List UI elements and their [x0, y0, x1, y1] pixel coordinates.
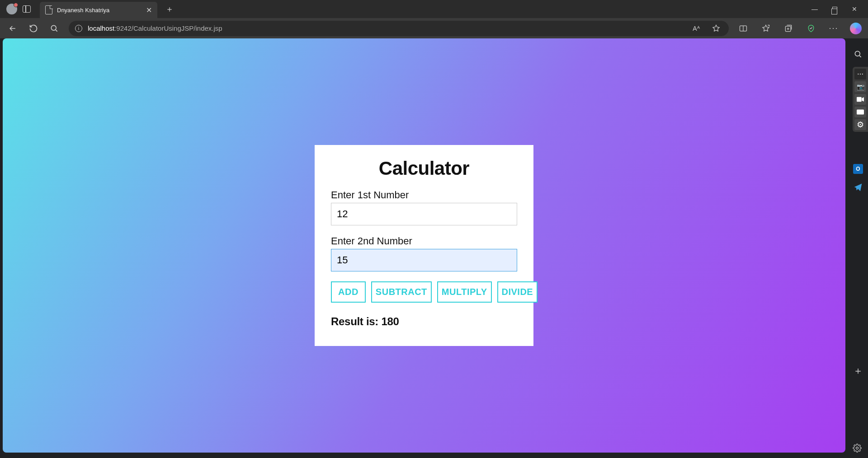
first-number-label: Enter 1st Number [331, 189, 517, 201]
toolbar-right-icons: ··· [737, 22, 862, 35]
divide-button[interactable]: DIVIDE [497, 281, 538, 303]
close-tab-icon[interactable]: ✕ [146, 6, 152, 14]
collections-icon[interactable] [782, 22, 795, 35]
url-host: localhost [88, 24, 114, 32]
url-path: :9242/CalculatorUsingJSP/index.jsp [114, 24, 222, 32]
calculator-card: Calculator Enter 1st Number Enter 2nd Nu… [315, 145, 533, 346]
multiply-button[interactable]: MULTIPLY [437, 281, 492, 303]
window-titlebar: Dnyanesh Kshatriya ✕ ＋ — ✕ [0, 0, 868, 18]
tab-actions-icon[interactable] [23, 5, 31, 13]
favorites-icon[interactable] [760, 22, 772, 35]
page-viewport: Calculator Enter 1st Number Enter 2nd Nu… [3, 38, 845, 453]
add-button[interactable]: ADD [331, 281, 366, 303]
tab-title: Dnyanesh Kshatriya [57, 7, 141, 14]
refresh-button[interactable] [27, 22, 40, 35]
capture-screen-icon[interactable] [854, 107, 866, 117]
search-button[interactable] [48, 22, 61, 35]
address-bar[interactable]: i localhost:9242/CalculatorUsingJSP/inde… [69, 21, 729, 36]
read-aloud-icon[interactable]: Aᴬ [690, 22, 703, 35]
back-button[interactable] [6, 22, 19, 35]
svg-rect-4 [857, 97, 862, 102]
window-minimize-button[interactable]: — [805, 0, 825, 18]
window-close-button[interactable]: ✕ [844, 0, 864, 18]
capture-camera-icon[interactable]: 📷 [854, 81, 866, 92]
result-value: 180 [381, 315, 399, 327]
sidebar-settings-icon[interactable] [853, 444, 862, 453]
capture-more-icon[interactable]: ⋯ [854, 69, 866, 79]
favorite-star-icon[interactable] [710, 22, 722, 35]
site-info-icon[interactable]: i [75, 25, 82, 32]
browser-essentials-icon[interactable] [805, 22, 817, 35]
sidebar-outlook-icon[interactable]: O [852, 163, 864, 175]
second-number-label: Enter 2nd Number [331, 235, 517, 247]
browser-toolbar: i localhost:9242/CalculatorUsingJSP/inde… [0, 18, 868, 38]
page-file-icon [45, 5, 52, 14]
svg-point-3 [855, 51, 860, 56]
first-number-input[interactable] [331, 203, 517, 225]
sidebar-add-icon[interactable]: ＋ [852, 365, 864, 377]
split-screen-icon[interactable] [737, 22, 750, 35]
calculator-title: Calculator [331, 158, 517, 179]
result-text: Result is: 180 [331, 315, 517, 328]
subtract-button[interactable]: SUBTRACT [371, 281, 432, 303]
svg-point-6 [856, 447, 859, 449]
sidebar-send-icon[interactable] [852, 181, 864, 193]
capture-video-icon[interactable] [854, 94, 866, 105]
profile-avatar-icon[interactable] [6, 4, 17, 14]
capture-tool-panel: ⋯ 📷 ⚙ [853, 67, 868, 132]
second-number-input[interactable] [331, 249, 517, 271]
copilot-icon[interactable] [850, 23, 862, 34]
svg-point-0 [51, 25, 56, 30]
operation-button-row: ADD SUBTRACT MULTIPLY DIVIDE [331, 281, 517, 303]
browser-tab[interactable]: Dnyanesh Kshatriya ✕ [40, 2, 157, 18]
window-maximize-button[interactable] [825, 0, 844, 18]
svg-rect-5 [857, 109, 864, 114]
more-options-icon[interactable]: ··· [827, 22, 840, 35]
result-label: Result is: [331, 315, 381, 327]
url-text: localhost:9242/CalculatorUsingJSP/index.… [88, 24, 222, 32]
capture-settings-icon[interactable]: ⚙ [854, 119, 866, 130]
sidebar-search-icon[interactable] [852, 48, 864, 60]
new-tab-button[interactable]: ＋ [165, 4, 174, 14]
